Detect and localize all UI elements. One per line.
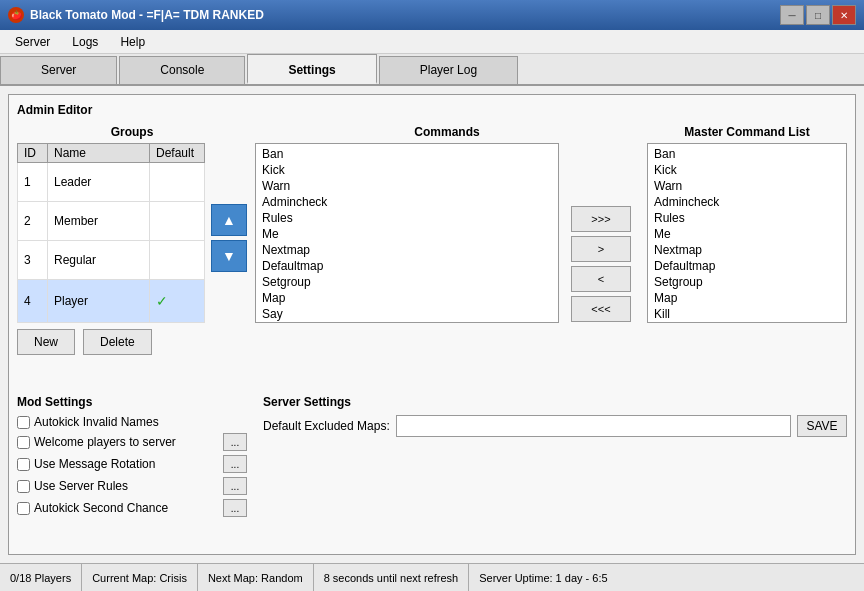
delete-button[interactable]: Delete [83, 329, 152, 355]
master-panel: Master Command List BanKickWarnAdminchec… [647, 125, 847, 385]
list-item[interactable]: Ban [258, 146, 556, 162]
table-row[interactable]: 3 Regular [18, 240, 205, 279]
table-row[interactable]: 4 Player ✓ [18, 279, 205, 322]
minimize-button[interactable]: ─ [780, 5, 804, 25]
window-controls: ─ □ ✕ [780, 5, 856, 25]
move-up-button[interactable]: ▲ [211, 204, 247, 236]
list-item[interactable]: Nextmap [650, 242, 844, 258]
list-item[interactable]: Reserved [258, 322, 556, 323]
close-button[interactable]: ✕ [832, 5, 856, 25]
list-item[interactable]: Defaultmap [650, 258, 844, 274]
transfer-buttons: >>> > < <<< [563, 143, 639, 385]
list-item[interactable]: Warn [258, 178, 556, 194]
checkbox-row: Autokick Second Chance ... [17, 499, 247, 517]
excluded-maps-input[interactable] [396, 415, 791, 437]
group-id: 3 [18, 240, 48, 279]
app-icon: 🍅 [8, 7, 24, 23]
list-item[interactable]: Rules [258, 210, 556, 226]
save-button[interactable]: SAVE [797, 415, 847, 437]
uptime-status: Server Uptime: 1 day - 6:5 [469, 564, 617, 591]
menu-help[interactable]: Help [109, 32, 156, 52]
tab-bar: Server Console Settings Player Log [0, 54, 864, 86]
server-settings-title: Server Settings [263, 395, 847, 409]
group-id: 2 [18, 201, 48, 240]
mod-checkbox[interactable] [17, 502, 30, 515]
checkbox-row: Use Server Rules ... [17, 477, 247, 495]
next-map-status: Next Map: Random [198, 564, 314, 591]
menu-logs[interactable]: Logs [61, 32, 109, 52]
tab-settings[interactable]: Settings [247, 54, 376, 84]
list-item[interactable]: Say [258, 306, 556, 322]
col-id: ID [18, 144, 48, 163]
list-item[interactable]: Me [258, 226, 556, 242]
admin-editor: Admin Editor Groups ID Name Default [8, 94, 856, 555]
tab-console[interactable]: Console [119, 56, 245, 84]
list-item[interactable]: Rules [650, 210, 844, 226]
editor-columns: Groups ID Name Default [17, 125, 847, 385]
list-item[interactable]: Warn [650, 178, 844, 194]
list-item[interactable]: Nextmap [258, 242, 556, 258]
transfer-one-right[interactable]: > [571, 236, 631, 262]
list-item[interactable]: Kick [650, 162, 844, 178]
list-item[interactable]: Admincheck [650, 194, 844, 210]
mod-checkbox[interactable] [17, 436, 30, 449]
window-title: Black Tomato Mod - =F|A= TDM RANKED [30, 8, 264, 22]
mod-checkbox[interactable] [17, 480, 30, 493]
move-down-button[interactable]: ▼ [211, 240, 247, 272]
list-item[interactable]: Kill [650, 306, 844, 322]
dots-button[interactable]: ... [223, 477, 247, 495]
commands-list[interactable]: BanKickWarnAdmincheckRulesMeNextmapDefau… [255, 143, 559, 323]
commands-title: Commands [255, 125, 639, 139]
mod-option-label: Autokick Invalid Names [34, 415, 159, 429]
group-id: 4 [18, 279, 48, 322]
excluded-maps-row: Default Excluded Maps: SAVE [263, 415, 847, 437]
list-item[interactable]: Kick [258, 162, 556, 178]
table-row[interactable]: 1 Leader [18, 163, 205, 202]
list-item[interactable]: Map [650, 290, 844, 306]
list-item[interactable]: Map [258, 290, 556, 306]
list-item[interactable]: Ban [650, 146, 844, 162]
checkbox-row: Autokick Invalid Names [17, 415, 247, 429]
list-item[interactable]: Say [650, 322, 844, 323]
bottom-settings: Mod Settings Autokick Invalid Names Welc… [17, 395, 847, 521]
server-settings: Server Settings Default Excluded Maps: S… [263, 395, 847, 521]
mod-checkbox[interactable] [17, 458, 30, 471]
group-default [150, 201, 205, 240]
list-item[interactable]: Setgroup [650, 274, 844, 290]
title-bar: 🍅 Black Tomato Mod - =F|A= TDM RANKED ─ … [0, 0, 864, 30]
mod-settings: Mod Settings Autokick Invalid Names Welc… [17, 395, 247, 521]
transfer-all-right[interactable]: >>> [571, 206, 631, 232]
group-name: Player [48, 279, 150, 322]
dots-button[interactable]: ... [223, 433, 247, 451]
players-status: 0/18 Players [0, 564, 82, 591]
mod-option-label: Use Server Rules [34, 479, 128, 493]
group-name: Member [48, 201, 150, 240]
list-item[interactable]: Admincheck [258, 194, 556, 210]
maximize-button[interactable]: □ [806, 5, 830, 25]
group-name: Leader [48, 163, 150, 202]
status-bar: 0/18 Players Current Map: Crisis Next Ma… [0, 563, 864, 591]
menu-bar: Server Logs Help [0, 30, 864, 54]
master-list[interactable]: BanKickWarnAdmincheckRulesMeNextmapDefau… [647, 143, 847, 323]
table-row[interactable]: 2 Member [18, 201, 205, 240]
transfer-all-left[interactable]: <<< [571, 296, 631, 322]
groups-actions: New Delete [17, 329, 247, 355]
refresh-status: 8 seconds until next refresh [314, 564, 470, 591]
transfer-one-left[interactable]: < [571, 266, 631, 292]
checkbox-row: Use Message Rotation ... [17, 455, 247, 473]
mod-option-label: Autokick Second Chance [34, 501, 168, 515]
menu-server[interactable]: Server [4, 32, 61, 52]
tab-player-log[interactable]: Player Log [379, 56, 518, 84]
dots-button[interactable]: ... [223, 499, 247, 517]
mod-checkbox[interactable] [17, 416, 30, 429]
list-item[interactable]: Me [650, 226, 844, 242]
commands-panel: Commands BanKickWarnAdmincheckRulesMeNex… [255, 125, 639, 385]
list-item[interactable]: Defaultmap [258, 258, 556, 274]
tab-server[interactable]: Server [0, 56, 117, 84]
dots-button[interactable]: ... [223, 455, 247, 473]
group-id: 1 [18, 163, 48, 202]
mod-option-label: Welcome players to server [34, 435, 176, 449]
new-button[interactable]: New [17, 329, 75, 355]
col-name: Name [48, 144, 150, 163]
list-item[interactable]: Setgroup [258, 274, 556, 290]
